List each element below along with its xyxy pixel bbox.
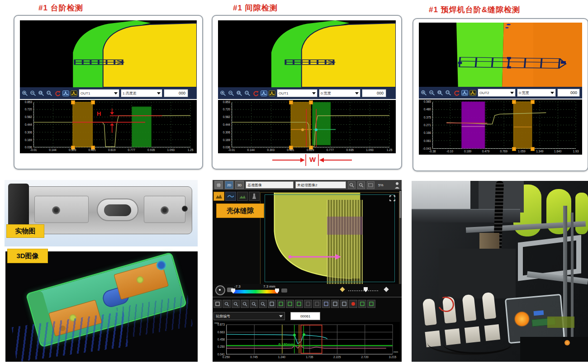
region-handle[interactable] xyxy=(531,100,535,104)
zoom-fit-icon[interactable] xyxy=(244,90,251,96)
layer-dim2-icon[interactable] xyxy=(313,300,321,308)
zoom-fit-icon[interactable] xyxy=(367,181,375,189)
viewer-scale-strip: -7.3 7.3 mm xyxy=(213,284,402,296)
profile-number-value[interactable]: 00061 xyxy=(290,312,320,320)
image-source-value: 未处理图像2 xyxy=(297,183,317,188)
profile-toolbar-icons xyxy=(421,90,476,96)
layer-dim-icon[interactable] xyxy=(304,300,312,308)
region-handle[interactable] xyxy=(289,100,293,104)
threed-image-panel: 3D图像 xyxy=(5,251,198,362)
profile-display-icon[interactable] xyxy=(261,90,267,96)
grid-highlight-icon[interactable] xyxy=(277,300,285,308)
image-source-select-2[interactable]: 未处理图像2 xyxy=(295,181,346,189)
profile-display-icon[interactable] xyxy=(62,90,69,96)
profile-view-icon[interactable] xyxy=(225,192,236,201)
zoom-fit-icon[interactable] xyxy=(445,90,452,96)
zoom-out-icon[interactable] xyxy=(30,90,37,96)
capture-icon[interactable] xyxy=(367,300,375,308)
zoom-region-icon[interactable] xyxy=(241,300,249,308)
position-diamond-icon[interactable] xyxy=(340,287,345,292)
zoom-fit-icon[interactable] xyxy=(46,90,53,96)
x-tick-label: 1.640 xyxy=(554,150,561,153)
gripper-unit xyxy=(462,294,476,321)
machine-photo xyxy=(412,181,588,362)
user-icon[interactable] xyxy=(394,182,400,189)
measure-value-box[interactable]: 000 xyxy=(164,89,188,97)
roi-select-icon[interactable] xyxy=(295,300,303,308)
profile-number-select[interactable]: 轮廓编号 xyxy=(213,312,285,320)
zoom-out-icon[interactable] xyxy=(232,300,240,308)
zoom-out-icon[interactable] xyxy=(429,90,436,96)
gap-width-annotation: W xyxy=(269,154,355,167)
measure-value-box[interactable]: 000 xyxy=(557,89,580,97)
zoom-region-icon[interactable] xyxy=(437,90,444,96)
y-tick-label: 0.444 xyxy=(25,123,32,127)
zoom-out-icon[interactable] xyxy=(228,90,235,96)
reset-icon[interactable] xyxy=(252,90,259,96)
ruler-icon[interactable] xyxy=(268,300,276,308)
measurement-value-label: 0.180mm xyxy=(279,342,294,346)
zoom-region-icon[interactable] xyxy=(236,90,243,96)
export-icon[interactable] xyxy=(358,300,366,308)
roi-add-icon[interactable] xyxy=(286,300,294,308)
rect-edit-icon[interactable] xyxy=(340,300,348,308)
profile-settings-icon[interactable] xyxy=(71,90,77,96)
position-slider-track[interactable] xyxy=(348,290,378,291)
record-icon[interactable] xyxy=(349,300,357,308)
viewer-main-image[interactable] xyxy=(260,192,399,284)
target-icon[interactable] xyxy=(215,285,225,295)
expand-icon[interactable] xyxy=(389,195,395,201)
zoom-level[interactable]: 5% xyxy=(378,183,384,187)
region-handle[interactable] xyxy=(531,147,535,151)
region-handle[interactable] xyxy=(71,100,75,104)
viewer-toolbar xyxy=(213,298,401,309)
position-diamond-icon[interactable] xyxy=(384,287,389,292)
region-handle[interactable] xyxy=(91,100,95,104)
zoom-in-icon[interactable] xyxy=(421,90,427,96)
profile-settings-icon[interactable] xyxy=(469,90,476,96)
image-view-icon[interactable] xyxy=(237,192,248,201)
measure-item-select[interactable]: 1:高度差 xyxy=(121,89,162,97)
output-select[interactable]: OUT2 xyxy=(478,89,516,97)
x-tick-label: 0.935 xyxy=(147,148,155,151)
zoom-fit-icon[interactable] xyxy=(250,300,258,308)
reset-icon[interactable] xyxy=(453,90,460,96)
output-select[interactable]: OUT1 xyxy=(277,89,318,97)
profile-display-icon[interactable] xyxy=(461,90,468,96)
region-handle[interactable] xyxy=(512,100,516,104)
tool-view-icon[interactable] xyxy=(249,192,260,201)
zoom-in-icon[interactable] xyxy=(22,90,28,96)
chevron-down-icon xyxy=(114,92,118,95)
profile-tool-icon[interactable] xyxy=(213,300,222,308)
marker-dot xyxy=(293,334,296,336)
pan-icon[interactable] xyxy=(259,300,267,308)
measure-item-select[interactable]: 0:宽度 xyxy=(319,89,360,97)
rect-select-icon[interactable] xyxy=(322,300,330,308)
scrollbar[interactable] xyxy=(399,191,401,284)
roi-outline xyxy=(265,194,395,282)
zoom-region-icon[interactable] xyxy=(38,90,45,96)
step-detection-card: OUT1 1:高度差 000 0.8530.7200.5820.4440.306… xyxy=(14,15,203,170)
position-slider-handle[interactable] xyxy=(364,287,368,292)
output-select[interactable]: OUT1 xyxy=(79,89,119,97)
zoom-in-icon[interactable] xyxy=(348,181,356,189)
zoom-in-icon[interactable] xyxy=(223,300,231,308)
region-handle[interactable] xyxy=(309,100,313,104)
reset-icon[interactable] xyxy=(54,90,61,96)
blue-component xyxy=(534,310,544,316)
scale-option-icon[interactable] xyxy=(281,288,287,293)
view-grid-tab[interactable] xyxy=(214,181,223,189)
scale-max-label: 7.3 mm xyxy=(263,284,275,288)
region-handle[interactable] xyxy=(512,147,516,151)
zoom-out-icon[interactable] xyxy=(357,181,365,189)
profile-settings-icon[interactable] xyxy=(269,90,275,96)
tab-2d[interactable]: 2D xyxy=(225,181,233,189)
measure-item-select[interactable]: 0:宽度 xyxy=(517,89,556,97)
measure-value-box[interactable]: 000 xyxy=(362,89,386,97)
rect-move-icon[interactable] xyxy=(331,300,339,308)
zoom-in-icon[interactable] xyxy=(220,90,227,96)
image-source-select[interactable]: 基准图像 xyxy=(246,181,294,189)
heightmap-view-icon[interactable] xyxy=(213,192,224,201)
tab-3d[interactable]: 3D xyxy=(235,181,244,189)
height-annotation-label: H xyxy=(97,110,101,117)
